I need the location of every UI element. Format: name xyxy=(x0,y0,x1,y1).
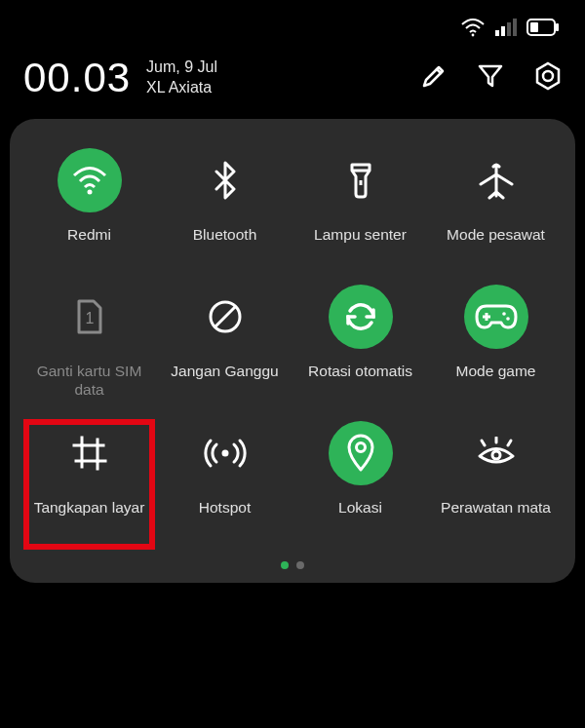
sim-icon: 1 xyxy=(58,285,122,349)
tile-airplane[interactable]: Mode pesawat xyxy=(428,148,564,285)
page-dot-1[interactable] xyxy=(281,561,289,569)
wifi-icon xyxy=(58,148,122,212)
tile-label: Bluetooth xyxy=(191,226,259,245)
tile-label: Mode pesawat xyxy=(445,226,547,245)
tile-hotspot[interactable]: Hotspot xyxy=(157,421,292,557)
tile-label: Lokasi xyxy=(336,499,384,517)
tile-label: Jangan Ganggu xyxy=(169,363,280,381)
svg-line-15 xyxy=(214,306,236,327)
date-text: Jum, 9 Jul xyxy=(146,57,217,78)
svg-marker-8 xyxy=(537,63,559,89)
game-icon xyxy=(464,285,528,349)
svg-rect-6 xyxy=(556,23,559,31)
header-actions xyxy=(419,60,564,96)
battery-status-icon xyxy=(526,19,560,36)
svg-point-0 xyxy=(472,34,475,37)
tile-bluetooth[interactable]: Bluetooth xyxy=(157,148,292,285)
wifi-status-icon xyxy=(460,18,486,37)
filter-icon[interactable] xyxy=(476,61,505,95)
tile-rotation[interactable]: Rotasi otomatis xyxy=(292,285,428,421)
svg-rect-3 xyxy=(507,22,511,36)
header: 00.03 Jum, 9 Jul XL Axiata xyxy=(0,55,585,119)
tile-screenshot[interactable]: Tangkapan layar xyxy=(21,421,157,557)
quick-settings-panel: Redmi Bluetooth Lampu senter xyxy=(10,119,575,583)
tile-sim[interactable]: 1 Ganti kartu SIM data xyxy=(21,285,157,421)
tile-dnd[interactable]: Jangan Ganggu xyxy=(157,285,292,421)
eyecare-icon xyxy=(464,421,528,485)
tile-label: Rotasi otomatis xyxy=(306,363,414,381)
svg-point-25 xyxy=(356,443,365,452)
tile-game[interactable]: Mode game xyxy=(428,285,564,421)
svg-rect-4 xyxy=(513,19,517,36)
svg-point-26 xyxy=(492,451,500,459)
svg-point-19 xyxy=(506,317,510,321)
svg-rect-1 xyxy=(495,30,499,36)
hotspot-icon xyxy=(193,421,257,485)
page-indicator xyxy=(21,561,564,569)
tile-label: Perawatan mata xyxy=(439,499,553,517)
flashlight-icon xyxy=(329,148,393,212)
svg-line-29 xyxy=(508,441,511,445)
bluetooth-icon xyxy=(193,148,257,212)
airplane-icon xyxy=(464,148,528,212)
tile-label: Mode game xyxy=(454,363,538,381)
dnd-icon xyxy=(193,285,257,349)
svg-text:1: 1 xyxy=(85,310,94,326)
tile-label: Redmi xyxy=(65,226,113,245)
signal-status-icon xyxy=(495,19,517,36)
tile-location[interactable]: Lokasi xyxy=(292,421,428,557)
rotation-icon xyxy=(329,285,393,349)
svg-line-27 xyxy=(482,441,485,445)
svg-point-18 xyxy=(502,312,506,316)
tile-label: Tangkapan layar xyxy=(32,499,147,517)
settings-icon[interactable] xyxy=(532,60,564,96)
tile-label: Ganti kartu SIM data xyxy=(21,363,157,399)
tile-eyecare[interactable]: Perawatan mata xyxy=(428,421,564,557)
svg-point-9 xyxy=(543,71,553,81)
screenshot-icon xyxy=(58,421,122,485)
page-dot-2[interactable] xyxy=(296,561,304,569)
carrier-text: XL Axiata xyxy=(146,78,217,98)
svg-point-24 xyxy=(221,450,228,457)
svg-point-10 xyxy=(87,190,92,195)
svg-rect-7 xyxy=(530,22,538,32)
edit-icon[interactable] xyxy=(419,61,448,95)
tile-flashlight[interactable]: Lampu senter xyxy=(292,148,428,285)
tile-label: Hotspot xyxy=(197,499,253,517)
tiles-grid: Redmi Bluetooth Lampu senter xyxy=(21,148,564,557)
date-carrier-block[interactable]: Jum, 9 Jul XL Axiata xyxy=(146,57,217,98)
tile-wifi[interactable]: Redmi xyxy=(21,148,157,285)
location-icon xyxy=(329,421,393,485)
clock-time[interactable]: 00.03 xyxy=(23,55,131,101)
svg-rect-2 xyxy=(501,26,505,36)
tile-label: Lampu senter xyxy=(312,226,409,245)
status-bar xyxy=(0,0,585,55)
